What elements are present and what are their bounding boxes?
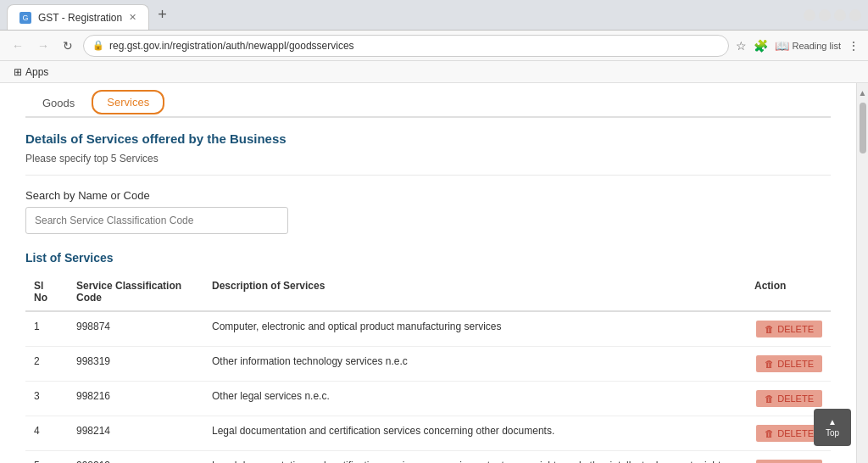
- cell-sl-0: 1: [25, 311, 68, 347]
- menu-button[interactable]: ⋮: [848, 39, 860, 53]
- browser-tab-active[interactable]: G GST - Registration ✕: [7, 4, 149, 30]
- win-maximize-btn[interactable]: □: [834, 9, 846, 21]
- cell-action-1: 🗑 DELETE: [746, 347, 831, 382]
- col-header-code: Service Classification Code: [68, 273, 203, 311]
- cell-code-0: 998874: [68, 311, 203, 347]
- delete-label: DELETE: [777, 393, 814, 404]
- trash-icon: 🗑: [765, 359, 774, 369]
- apps-grid-icon: ⊞: [14, 66, 22, 78]
- tab-close-btn[interactable]: ✕: [129, 12, 136, 23]
- delete-label: DELETE: [777, 359, 814, 369]
- win-minimize-btn[interactable]: −: [819, 9, 831, 21]
- reading-list-label: Reading list: [793, 41, 841, 51]
- extensions-icon[interactable]: 🧩: [754, 39, 768, 53]
- tab-strip: G GST - Registration ✕ +: [7, 0, 172, 30]
- win-record-btn[interactable]: ●: [804, 9, 815, 21]
- browser-nav-icons: ☆ 🧩 📖 Reading list ⋮: [736, 39, 860, 53]
- top-arrow-icon: ▲: [828, 417, 837, 427]
- cell-code-4: 998213: [68, 451, 203, 464]
- search-label: Search by Name or Code: [25, 189, 831, 202]
- search-input[interactable]: [25, 207, 288, 234]
- back-button[interactable]: ←: [8, 36, 27, 56]
- table-row: 3 998216 Other legal services n.e.c. 🗑 D…: [25, 382, 831, 416]
- cell-desc-1: Other information technology services n.…: [203, 347, 746, 382]
- browser-tab-title: GST - Registration: [38, 12, 122, 24]
- cell-code-2: 998216: [68, 382, 203, 416]
- table-row: 1 998874 Computer, electronic and optica…: [25, 311, 831, 347]
- cell-code-3: 998214: [68, 416, 203, 451]
- table-row: 4 998214 Legal documentation and certifi…: [25, 416, 831, 451]
- col-header-sl: Sl No: [25, 273, 68, 311]
- tab-goods[interactable]: Goods: [25, 90, 92, 116]
- window-controls: ● − □ ✕: [804, 9, 861, 21]
- delete-button-0[interactable]: 🗑 DELETE: [756, 321, 822, 337]
- scrollbar[interactable]: ▲: [856, 83, 868, 463]
- services-table: Sl No Service Classification Code Descri…: [25, 273, 831, 463]
- main-area: Goods Services Details of Services offer…: [0, 83, 856, 463]
- trash-icon: 🗑: [765, 428, 774, 438]
- cell-sl-2: 3: [25, 382, 68, 416]
- title-bar: G GST - Registration ✕ + ● − □ ✕: [0, 0, 868, 31]
- table-header-row: Sl No Service Classification Code Descri…: [25, 273, 831, 311]
- cell-desc-0: Computer, electronic and optical product…: [203, 311, 746, 347]
- security-icon: 🔒: [92, 40, 104, 51]
- win-close-btn[interactable]: ✕: [849, 9, 861, 21]
- new-tab-button[interactable]: +: [153, 6, 172, 24]
- page-content: Goods Services Details of Services offer…: [0, 83, 868, 463]
- table-row: 5 998213 Legal documentation and certifi…: [25, 451, 831, 464]
- reading-list-icon[interactable]: 📖: [775, 39, 789, 53]
- top-button[interactable]: ▲ Top: [814, 409, 851, 446]
- trash-icon: 🗑: [765, 324, 774, 334]
- tab-favicon: G: [19, 12, 31, 24]
- scroll-up-arrow[interactable]: ▲: [857, 86, 868, 99]
- col-header-desc: Description of Services: [203, 273, 746, 311]
- navigation-bar: ← → ↻ 🔒 reg.gst.gov.in/registration/auth…: [0, 31, 868, 61]
- cell-desc-3: Legal documentation and certification se…: [203, 416, 746, 451]
- apps-bookmark[interactable]: ⊞ Apps: [8, 64, 53, 80]
- star-icon[interactable]: ☆: [736, 39, 747, 53]
- delete-button-4[interactable]: 🗑 DELETE: [756, 460, 822, 463]
- forward-button[interactable]: →: [34, 36, 53, 56]
- address-bar[interactable]: 🔒 reg.gst.gov.in/registration/auth/newap…: [83, 35, 729, 57]
- cell-code-1: 998319: [68, 347, 203, 382]
- cell-desc-4: Legal documentation and certification se…: [203, 451, 746, 464]
- col-header-action: Action: [746, 273, 831, 311]
- cell-action-4: 🗑 DELETE: [746, 451, 831, 464]
- reading-list-area: 📖 Reading list: [775, 39, 841, 53]
- top-button-label: Top: [826, 428, 839, 438]
- delete-button-3[interactable]: 🗑 DELETE: [756, 425, 822, 442]
- section-subtitle: Please specify top 5 Services: [25, 153, 831, 176]
- list-heading: List of Services: [25, 251, 831, 265]
- scroll-thumb[interactable]: [860, 103, 866, 153]
- apps-label: Apps: [25, 66, 48, 78]
- cell-desc-2: Other legal services n.e.c.: [203, 382, 746, 416]
- cell-action-0: 🗑 DELETE: [746, 311, 831, 347]
- delete-button-1[interactable]: 🗑 DELETE: [756, 355, 822, 372]
- delete-label: DELETE: [777, 324, 814, 334]
- page-tabs: Goods Services: [25, 90, 831, 118]
- cell-sl-1: 2: [25, 347, 68, 382]
- section-title: Details of Services offered by the Busin…: [25, 131, 831, 146]
- delete-button-2[interactable]: 🗑 DELETE: [756, 390, 822, 407]
- delete-label: DELETE: [777, 428, 814, 438]
- refresh-button[interactable]: ↻: [59, 36, 76, 56]
- tab-services[interactable]: Services: [92, 90, 164, 114]
- trash-icon: 🗑: [765, 393, 774, 404]
- table-row: 2 998319 Other information technology se…: [25, 347, 831, 382]
- url-text: reg.gst.gov.in/registration/auth/newappl…: [109, 40, 354, 52]
- cell-sl-4: 5: [25, 451, 68, 464]
- bookmarks-bar: ⊞ Apps: [0, 61, 868, 83]
- cell-sl-3: 4: [25, 416, 68, 451]
